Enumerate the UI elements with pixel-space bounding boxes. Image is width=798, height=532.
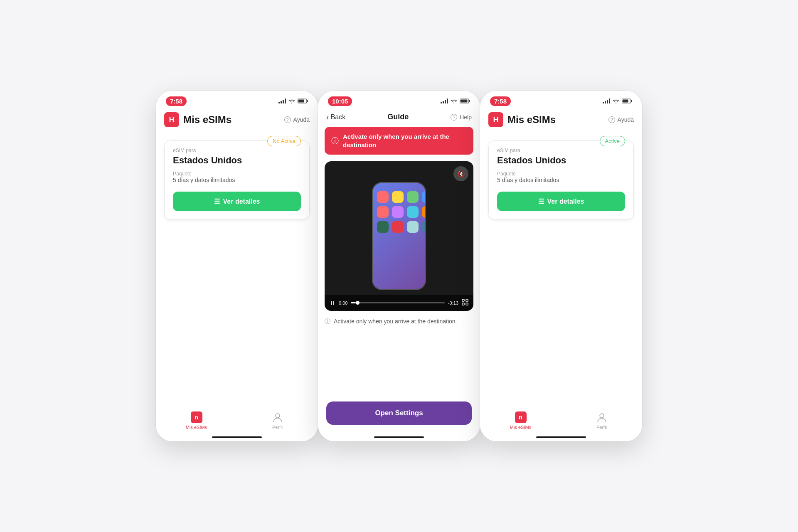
left-status-bar: 7:58 (156, 91, 318, 109)
center-help-icon: ? (451, 114, 457, 121)
center-progress-bar[interactable] (351, 302, 445, 303)
svg-rect-13 (623, 100, 628, 103)
center-phone-mockup: 🔇 (325, 161, 473, 311)
svg-rect-7 (462, 299, 464, 301)
right-app-title: Mis eSIMs (507, 114, 556, 126)
svg-rect-12 (631, 100, 632, 102)
left-signal-icon (278, 99, 286, 103)
left-esims-tab-icon: n (191, 411, 202, 423)
left-tab-esims[interactable]: n Mis eSIMs (156, 411, 237, 430)
center-status-bar: 10:05 (318, 91, 480, 109)
chevron-left-icon: ‹ (326, 112, 329, 122)
left-details-button[interactable]: ☰ Ver detalles (173, 192, 301, 211)
app-icon-2 (392, 191, 404, 203)
right-esims-tab-icon: n (515, 411, 527, 423)
app-icon-5 (377, 206, 389, 218)
center-fullscreen-button[interactable] (462, 299, 468, 307)
left-esim-country: Estados Unidos (173, 155, 301, 166)
right-esims-tab-label: Mis eSIMs (510, 425, 531, 430)
app-icon-10 (392, 221, 404, 233)
svg-rect-1 (307, 100, 308, 102)
left-wifi-icon (288, 99, 295, 103)
app-icon-11 (407, 221, 419, 233)
center-progress-dot (356, 301, 360, 305)
screens-container: 7:58 H (0, 66, 798, 466)
center-back-button[interactable]: ‹ Back (326, 112, 345, 122)
right-battery-icon (622, 99, 632, 103)
right-list-icon: ☰ (538, 197, 544, 205)
left-home-indicator (212, 436, 262, 438)
left-app-title: Mis eSIMs (183, 114, 232, 126)
center-open-settings-button[interactable]: Open Settings (326, 401, 472, 425)
svg-point-14 (600, 414, 604, 418)
left-list-icon: ☰ (214, 197, 220, 205)
left-esims-tab-label: Mis eSIMs (186, 425, 207, 430)
right-package-value: 5 días y datos ilimitados (497, 177, 625, 183)
left-screen: 7:58 H (156, 91, 318, 441)
left-battery-icon (298, 99, 308, 103)
center-guide-nav: ‹ Back Guide ? Help (318, 109, 480, 127)
right-esim-label: eSIM para (497, 148, 625, 153)
right-status-icons (603, 99, 632, 103)
right-profile-icon (596, 411, 608, 423)
app-icon-3 (407, 191, 419, 203)
center-status-icons (441, 99, 470, 103)
center-time-current: 0:00 (339, 300, 347, 305)
right-signal-icon (603, 99, 610, 103)
left-help-icon: ? (284, 116, 291, 123)
left-tab-profile[interactable]: Perfil (237, 411, 318, 430)
center-guide-title: Guide (387, 113, 409, 121)
right-screen: 7:58 H (480, 91, 642, 441)
right-nav-bar: H Mis eSIMs ? Ayuda (480, 109, 642, 132)
right-help-icon: ? (608, 116, 615, 123)
svg-rect-8 (466, 299, 468, 301)
left-profile-icon (272, 411, 283, 423)
center-battery-icon (460, 99, 470, 103)
right-status-badge: Active (600, 136, 625, 146)
svg-rect-10 (466, 303, 468, 305)
svg-rect-2 (298, 100, 304, 103)
left-profile-tab-label: Perfil (272, 425, 283, 430)
left-status-badge: No Activa (267, 136, 301, 146)
right-tab-profile[interactable]: Perfil (561, 411, 642, 430)
app-icon-8 (422, 206, 426, 218)
center-pause-button[interactable]: ⏸ (330, 300, 335, 306)
center-screen: 10:05 ‹ Back (318, 91, 480, 441)
center-caption-text: Activate only when you arrive at the des… (334, 318, 457, 326)
left-app-logo: H (164, 112, 179, 127)
right-tab-esims[interactable]: n Mis eSIMs (480, 411, 561, 430)
app-icon-4 (422, 191, 426, 203)
app-icon-7 (407, 206, 419, 218)
left-app-title-row: H Mis eSIMs (164, 112, 232, 127)
right-profile-tab-label: Perfil (596, 425, 607, 430)
app-icon-6 (392, 206, 404, 218)
right-details-button[interactable]: ☰ Ver detalles (497, 192, 625, 211)
center-progress-fill (351, 302, 355, 303)
center-help-button[interactable]: ? Help (451, 114, 472, 121)
left-nav-bar: H Mis eSIMs ? Ayuda (156, 109, 318, 132)
center-caption: ⓘ Activate only when you arrive at the d… (325, 318, 473, 326)
svg-rect-5 (469, 100, 470, 102)
center-video-controls: ⏸ 0:00 -0:13 (325, 295, 473, 311)
center-video-container[interactable]: 🔇 ⏸ 0:00 -0:13 (325, 161, 473, 311)
right-status-bar: 7:58 (480, 91, 642, 109)
right-package-label: Paquete (497, 171, 625, 177)
left-esim-label: eSIM para (173, 148, 301, 153)
right-esim-country: Estados Unidos (497, 155, 625, 166)
center-phone-screen-inner (373, 183, 425, 289)
app-icon-1 (377, 191, 389, 203)
svg-rect-9 (462, 303, 464, 305)
center-phone-device (372, 182, 426, 290)
center-wifi-icon (451, 99, 457, 103)
right-wifi-icon (613, 99, 619, 103)
center-mute-button[interactable]: 🔇 (453, 166, 468, 181)
right-app-title-row: H Mis eSIMs (488, 112, 556, 127)
center-status-time: 10:05 (328, 96, 352, 106)
center-warning-banner: ⓘ Activate only when you arrive at the d… (325, 127, 473, 155)
left-package-value: 5 días y datos ilimitados (173, 177, 301, 183)
left-status-icons (278, 99, 308, 103)
left-package-label: Paquete (173, 171, 301, 177)
right-help-button[interactable]: ? Ayuda (608, 116, 634, 123)
left-help-button[interactable]: ? Ayuda (284, 116, 310, 123)
center-home-indicator (374, 436, 424, 438)
